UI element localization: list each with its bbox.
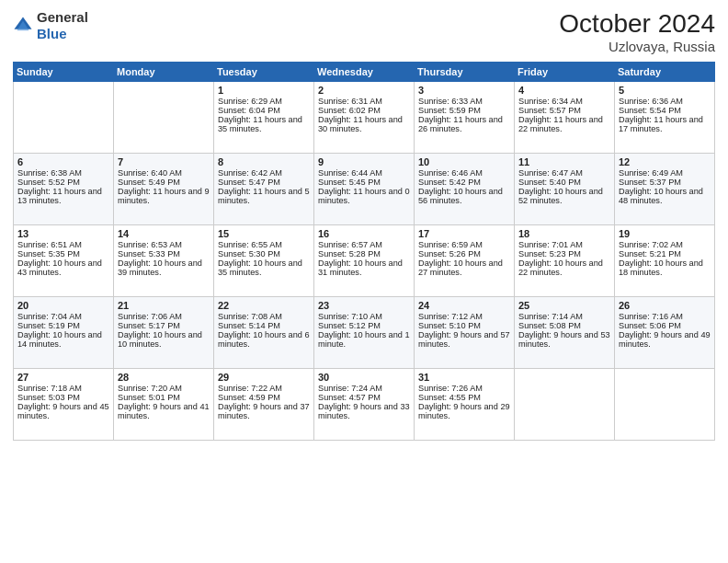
sunset-text: Sunset: 5:01 PM: [118, 393, 210, 402]
page-header: General Blue October 2024 Uzlovaya, Russ…: [13, 9, 715, 54]
sunset-text: Sunset: 5:52 PM: [17, 178, 109, 187]
sunset-text: Sunset: 5:28 PM: [318, 249, 410, 259]
sunrise-text: Sunrise: 7:12 AM: [418, 312, 510, 321]
table-row: 9Sunrise: 6:44 AMSunset: 5:45 PMDaylight…: [314, 154, 415, 225]
sunset-text: Sunset: 5:12 PM: [318, 321, 410, 330]
day-number: 16: [318, 228, 410, 239]
day-number: 2: [318, 85, 410, 96]
sunset-text: Sunset: 5:14 PM: [218, 321, 310, 330]
sunrise-text: Sunrise: 7:08 AM: [218, 312, 310, 321]
daylight-text: Daylight: 9 hours and 45 minutes.: [17, 402, 109, 420]
daylight-text: Daylight: 11 hours and 30 minutes.: [318, 115, 410, 133]
daylight-text: Daylight: 11 hours and 35 minutes.: [218, 115, 310, 133]
day-number: 5: [619, 85, 711, 96]
sunset-text: Sunset: 5:17 PM: [118, 321, 210, 330]
daylight-text: Daylight: 9 hours and 57 minutes.: [418, 330, 510, 349]
daylight-text: Daylight: 11 hours and 26 minutes.: [418, 115, 510, 133]
day-number: 7: [118, 156, 210, 167]
calendar-week-row: 1Sunrise: 6:29 AMSunset: 6:04 PMDaylight…: [14, 82, 715, 154]
day-number: 11: [518, 156, 610, 167]
table-row: 16Sunrise: 6:57 AMSunset: 5:28 PMDayligh…: [314, 225, 415, 297]
calendar-header-row: Sunday Monday Tuesday Wednesday Thursday…: [14, 63, 715, 82]
location-title: Uzlovaya, Russia: [559, 39, 715, 54]
sunset-text: Sunset: 5:59 PM: [418, 106, 510, 115]
daylight-text: Daylight: 10 hours and 22 minutes.: [518, 259, 610, 277]
day-number: 14: [118, 228, 210, 239]
daylight-text: Daylight: 10 hours and 1 minute.: [318, 330, 410, 349]
sunset-text: Sunset: 6:02 PM: [318, 106, 410, 115]
daylight-text: Daylight: 10 hours and 56 minutes.: [418, 187, 510, 205]
sunset-text: Sunset: 5:30 PM: [218, 249, 310, 259]
sunrise-text: Sunrise: 7:04 AM: [17, 312, 109, 321]
day-number: 8: [218, 156, 310, 167]
table-row: 12Sunrise: 6:49 AMSunset: 5:37 PMDayligh…: [615, 154, 715, 225]
title-block: October 2024 Uzlovaya, Russia: [559, 9, 715, 54]
table-row: [515, 369, 615, 441]
table-row: 2Sunrise: 6:31 AMSunset: 6:02 PMDaylight…: [314, 82, 415, 154]
sunset-text: Sunset: 5:23 PM: [518, 249, 610, 259]
sunrise-text: Sunrise: 6:47 AM: [518, 168, 610, 178]
sunset-text: Sunset: 5:35 PM: [17, 249, 109, 259]
sunrise-text: Sunrise: 6:44 AM: [318, 168, 410, 178]
sunrise-text: Sunrise: 6:40 AM: [118, 168, 210, 178]
table-row: 24Sunrise: 7:12 AMSunset: 5:10 PMDayligh…: [415, 297, 515, 369]
sunrise-text: Sunrise: 6:34 AM: [518, 97, 610, 106]
table-row: 30Sunrise: 7:24 AMSunset: 4:57 PMDayligh…: [314, 369, 415, 441]
sunrise-text: Sunrise: 7:18 AM: [17, 384, 109, 393]
sunrise-text: Sunrise: 6:38 AM: [17, 168, 109, 178]
day-number: 20: [17, 300, 109, 311]
daylight-text: Daylight: 10 hours and 6 minutes.: [218, 330, 310, 349]
page-container: General Blue October 2024 Uzlovaya, Russ…: [0, 0, 728, 563]
daylight-text: Daylight: 11 hours and 5 minutes.: [218, 187, 310, 205]
table-row: 17Sunrise: 6:59 AMSunset: 5:26 PMDayligh…: [415, 225, 515, 297]
month-title: October 2024: [559, 9, 715, 39]
day-number: 24: [418, 300, 510, 311]
sunrise-text: Sunrise: 7:02 AM: [619, 240, 711, 249]
sunrise-text: Sunrise: 7:06 AM: [118, 312, 210, 321]
sunset-text: Sunset: 5:49 PM: [118, 178, 210, 187]
day-number: 26: [619, 300, 711, 311]
table-row: 3Sunrise: 6:33 AMSunset: 5:59 PMDaylight…: [415, 82, 515, 154]
day-number: 28: [118, 372, 210, 383]
day-number: 13: [17, 228, 109, 239]
calendar-week-row: 13Sunrise: 6:51 AMSunset: 5:35 PMDayligh…: [14, 225, 715, 297]
table-row: [615, 369, 715, 441]
table-row: 6Sunrise: 6:38 AMSunset: 5:52 PMDaylight…: [14, 154, 114, 225]
daylight-text: Daylight: 10 hours and 39 minutes.: [118, 259, 210, 277]
sunrise-text: Sunrise: 6:51 AM: [17, 240, 109, 249]
day-number: 31: [418, 372, 510, 383]
table-row: 19Sunrise: 7:02 AMSunset: 5:21 PMDayligh…: [615, 225, 715, 297]
logo-text-general: General: [37, 9, 88, 25]
table-row: 25Sunrise: 7:14 AMSunset: 5:08 PMDayligh…: [515, 297, 615, 369]
sunrise-text: Sunrise: 7:24 AM: [318, 384, 410, 393]
daylight-text: Daylight: 9 hours and 29 minutes.: [418, 402, 510, 420]
table-row: 10Sunrise: 6:46 AMSunset: 5:42 PMDayligh…: [415, 154, 515, 225]
day-number: 25: [518, 300, 610, 311]
sunset-text: Sunset: 5:08 PM: [518, 321, 610, 330]
logo: General Blue: [13, 9, 88, 42]
calendar-week-row: 6Sunrise: 6:38 AMSunset: 5:52 PMDaylight…: [14, 154, 715, 225]
daylight-text: Daylight: 11 hours and 9 minutes.: [118, 187, 210, 205]
sunset-text: Sunset: 5:42 PM: [418, 178, 510, 187]
sunrise-text: Sunrise: 6:59 AM: [418, 240, 510, 249]
day-number: 29: [218, 372, 310, 383]
daylight-text: Daylight: 10 hours and 35 minutes.: [218, 259, 310, 277]
daylight-text: Daylight: 9 hours and 33 minutes.: [318, 402, 410, 420]
table-row: 7Sunrise: 6:40 AMSunset: 5:49 PMDaylight…: [114, 154, 214, 225]
daylight-text: Daylight: 10 hours and 18 minutes.: [619, 259, 711, 277]
col-thursday: Thursday: [415, 63, 515, 82]
sunset-text: Sunset: 6:04 PM: [218, 106, 310, 115]
table-row: [14, 82, 114, 154]
sunrise-text: Sunrise: 6:53 AM: [118, 240, 210, 249]
sunset-text: Sunset: 5:06 PM: [619, 321, 711, 330]
table-row: 14Sunrise: 6:53 AMSunset: 5:33 PMDayligh…: [114, 225, 214, 297]
sunset-text: Sunset: 5:40 PM: [518, 178, 610, 187]
daylight-text: Daylight: 11 hours and 13 minutes.: [17, 187, 109, 205]
sunset-text: Sunset: 5:33 PM: [118, 249, 210, 259]
table-row: 26Sunrise: 7:16 AMSunset: 5:06 PMDayligh…: [615, 297, 715, 369]
calendar-week-row: 20Sunrise: 7:04 AMSunset: 5:19 PMDayligh…: [14, 297, 715, 369]
table-row: 21Sunrise: 7:06 AMSunset: 5:17 PMDayligh…: [114, 297, 214, 369]
sunrise-text: Sunrise: 7:16 AM: [619, 312, 711, 321]
day-number: 6: [17, 156, 109, 167]
daylight-text: Daylight: 10 hours and 10 minutes.: [118, 330, 210, 349]
